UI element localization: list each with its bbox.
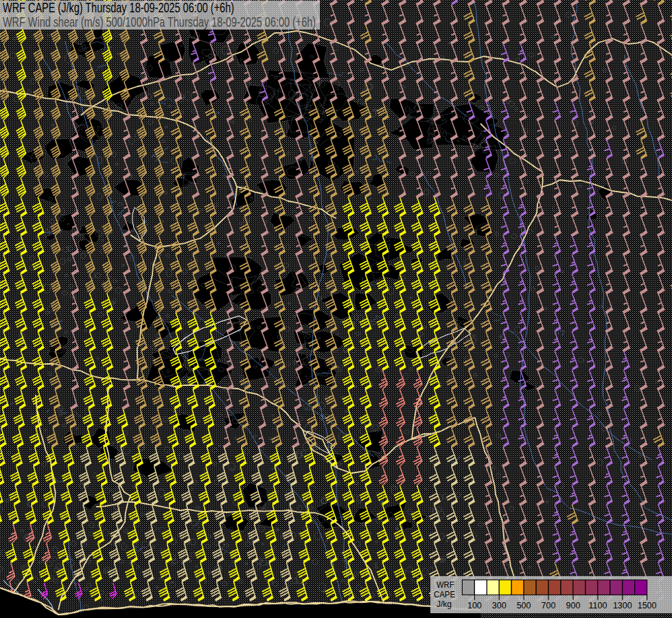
svg-text:CAPE: CAPE — [434, 590, 455, 599]
svg-text:J/kg: J/kg — [437, 599, 452, 609]
svg-text:WRF: WRF — [437, 580, 454, 590]
svg-text:300: 300 — [492, 601, 507, 610]
svg-text:1500: 1500 — [638, 601, 657, 610]
svg-text:WRF Wind shear (m/s) 500/1000h: WRF Wind shear (m/s) 500/1000hPa Thursda… — [3, 14, 316, 30]
svg-text:1300: 1300 — [613, 601, 632, 610]
svg-text:100: 100 — [467, 601, 482, 610]
svg-text:500: 500 — [517, 601, 531, 610]
svg-text:1100: 1100 — [588, 601, 607, 610]
svg-text:900: 900 — [566, 601, 581, 610]
svg-text:700: 700 — [542, 601, 556, 610]
svg-text:WRF CAPE (J/kg) Thursday 18-09: WRF CAPE (J/kg) Thursday 18-09-2025 06:0… — [3, 0, 234, 15]
